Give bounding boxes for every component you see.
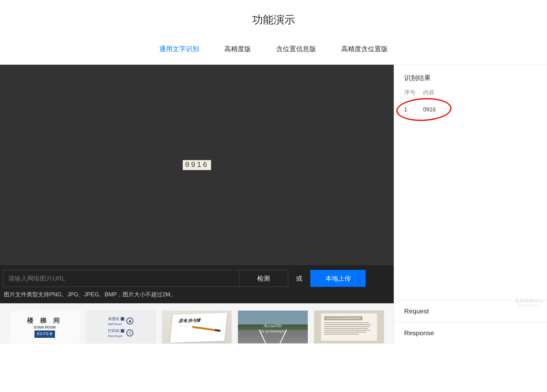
thumb-text: le printemps	[261, 329, 285, 334]
accordion-response[interactable]: Response	[394, 322, 547, 344]
thumb-badge: K3-F3-B	[34, 330, 55, 338]
mode-tabs: 通用文字识别 高精度版 含位置信息版 高精度含位置版	[0, 43, 547, 64]
result-col-index: 序号	[404, 89, 416, 96]
result-panel: 识别结果 序号 内容 1 0916 Request Response 吾爱破解论…	[394, 65, 547, 344]
person-icon: ♟	[126, 318, 133, 324]
captcha-sample: 0916	[183, 160, 211, 170]
local-upload-button[interactable]: 本地上传	[310, 270, 366, 287]
sample-thumbnails: 楼 梯 间 STAIR ROOM K3-F3-B 休息区 ▣ Mail Room…	[0, 303, 394, 344]
sample-thumb-book[interactable]: 思考,快与慢 — — — — —	[162, 310, 232, 344]
thumb-text: 休息区	[108, 317, 119, 321]
printer-icon: ⎙	[126, 330, 133, 336]
image-preview-zone: 0916	[0, 65, 394, 265]
arrow-icon: ▣	[120, 316, 125, 321]
or-label: 或	[295, 274, 304, 283]
sample-thumb-stair-room[interactable]: 楼 梯 间 STAIR ROOM K3-F3-B	[9, 310, 80, 344]
thumb-text: Mail Room	[108, 323, 122, 326]
result-row: 1 0916	[394, 101, 547, 119]
main-row: 0916 检测 或 本地上传 图片文件类型支持PNG、JPG、JPEG、BMP，…	[0, 64, 547, 344]
left-panel: 0916 检测 或 本地上传 图片文件类型支持PNG、JPG、JPEG、BMP，…	[0, 65, 394, 344]
tab-high-accuracy[interactable]: 高精度版	[221, 43, 254, 55]
url-input-group: 检测	[3, 270, 288, 287]
thumb-text: 楼 梯 间	[27, 316, 62, 325]
thumb-text: — — — — —	[178, 324, 220, 327]
result-title: 识别结果	[404, 74, 537, 82]
accordion-request[interactable]: Request	[394, 300, 547, 322]
input-bar: 检测 或 本地上传 图片文件类型支持PNG、JPG、JPEG、BMP，图片大小不…	[0, 265, 394, 303]
sample-thumb-road[interactable]: Accueillir le printemps	[238, 310, 308, 344]
thumb-text: 思考,快与慢	[178, 317, 220, 324]
thumb-text: ACKNOWLEDGEMENTS	[324, 316, 362, 320]
thumb-text: Print Room	[108, 335, 122, 338]
detect-button[interactable]: 检测	[239, 270, 288, 287]
result-index: 1	[404, 106, 416, 113]
page-title: 功能演示	[0, 0, 547, 43]
thumb-text: STAIR ROOM	[34, 325, 56, 329]
upload-hint: 图片文件类型支持PNG、JPG、JPEG、BMP，图片大小不超过2M。	[3, 287, 391, 300]
tab-general-ocr[interactable]: 通用文字识别	[156, 43, 202, 55]
tab-high-accuracy-location[interactable]: 高精度含位置版	[338, 43, 391, 55]
arrow-icon: ▣	[120, 328, 125, 333]
result-col-content: 内容	[423, 89, 435, 96]
tab-with-location[interactable]: 含位置信息版	[273, 43, 319, 55]
sample-thumb-acknowledgements[interactable]: ACKNOWLEDGEMENTS	[314, 310, 384, 344]
url-input[interactable]	[3, 270, 239, 287]
result-content: 0916	[423, 106, 436, 113]
thumb-text: Accueillir	[264, 323, 282, 328]
thumb-text: 打印间	[108, 329, 119, 333]
sample-thumb-signage[interactable]: 休息区 ▣ Mail Room ♟ 打印间 ▣ Print Room ⎙	[86, 310, 156, 344]
